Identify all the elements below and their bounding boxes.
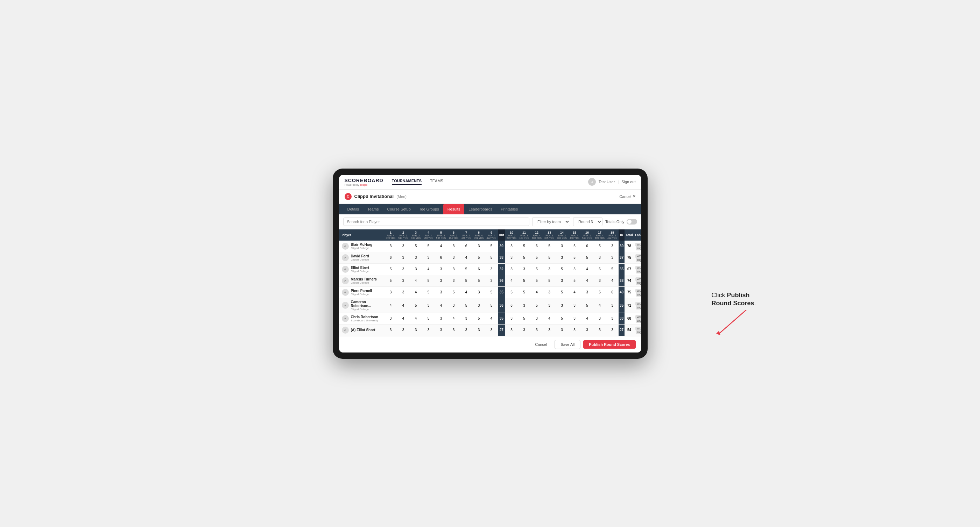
score-back-18[interactable]: 3 [606, 252, 619, 264]
score-front-4[interactable]: 3 [422, 252, 435, 264]
wd-badge[interactable]: WD [635, 277, 641, 281]
score-back-10[interactable]: 4 [505, 275, 518, 286]
score-back-13[interactable]: 3 [543, 264, 555, 275]
search-input[interactable] [343, 217, 530, 226]
score-back-17[interactable]: 3 [593, 275, 606, 286]
score-front-1[interactable]: 5 [385, 275, 397, 286]
score-back-15[interactable]: 3 [568, 313, 581, 324]
score-back-14[interactable]: 3 [555, 241, 568, 252]
score-back-10[interactable]: 3 [505, 241, 518, 252]
score-front-7[interactable]: 5 [460, 264, 473, 275]
score-front-3[interactable]: 5 [410, 298, 422, 313]
nav-tournaments[interactable]: TOURNAMENTS [392, 179, 422, 185]
sign-out-link[interactable]: Sign out [621, 180, 635, 184]
score-front-1[interactable]: 4 [385, 298, 397, 313]
score-front-3[interactable]: 5 [410, 241, 422, 252]
score-back-15[interactable]: 5 [568, 252, 581, 264]
score-front-8[interactable]: 3 [473, 241, 485, 252]
score-front-3[interactable]: 4 [410, 275, 422, 286]
wd-badge[interactable]: WD [635, 315, 641, 319]
tab-teams[interactable]: Teams [363, 204, 383, 214]
score-front-5[interactable]: 3 [435, 286, 447, 298]
score-back-13[interactable]: 3 [543, 298, 555, 313]
score-front-6[interactable]: 3 [447, 252, 460, 264]
score-back-17[interactable]: 3 [593, 252, 606, 264]
dq-badge[interactable]: DQ [636, 306, 641, 310]
score-back-13[interactable]: 3 [543, 324, 555, 336]
score-back-16[interactable]: 4 [581, 275, 593, 286]
score-front-4[interactable]: 4 [422, 264, 435, 275]
score-front-2[interactable]: 4 [397, 313, 410, 324]
save-all-button[interactable]: Save All [555, 340, 581, 349]
score-back-10[interactable]: 3 [505, 313, 518, 324]
tab-printables[interactable]: Printables [496, 204, 522, 214]
score-back-18[interactable]: 5 [606, 264, 619, 275]
score-front-6[interactable]: 3 [447, 298, 460, 313]
score-back-13[interactable]: 4 [543, 313, 555, 324]
nav-teams[interactable]: TEAMS [430, 179, 443, 185]
wd-badge[interactable]: WD [635, 243, 641, 246]
score-front-9[interactable]: 3 [485, 275, 498, 286]
score-front-2[interactable]: 4 [397, 298, 410, 313]
score-back-14[interactable]: 3 [555, 324, 568, 336]
score-back-16[interactable]: 5 [581, 252, 593, 264]
score-front-4[interactable]: 5 [422, 313, 435, 324]
score-back-10[interactable]: 3 [505, 252, 518, 264]
score-front-4[interactable]: 5 [422, 241, 435, 252]
score-front-3[interactable]: 3 [410, 252, 422, 264]
score-back-12[interactable]: 5 [530, 264, 543, 275]
score-front-8[interactable]: 3 [473, 298, 485, 313]
score-front-2[interactable]: 3 [397, 324, 410, 336]
score-back-18[interactable]: 4 [606, 275, 619, 286]
score-back-12[interactable]: 5 [530, 298, 543, 313]
score-front-8[interactable]: 5 [473, 313, 485, 324]
score-front-9[interactable]: 5 [485, 252, 498, 264]
score-back-16[interactable]: 3 [581, 286, 593, 298]
score-back-13[interactable]: 5 [543, 252, 555, 264]
score-front-4[interactable]: 3 [422, 298, 435, 313]
score-front-9[interactable]: 5 [485, 286, 498, 298]
score-back-16[interactable]: 6 [581, 241, 593, 252]
tab-course-setup[interactable]: Course Setup [383, 204, 415, 214]
score-front-2[interactable]: 3 [397, 252, 410, 264]
score-back-11[interactable]: 3 [518, 298, 530, 313]
score-back-10[interactable]: 3 [505, 264, 518, 275]
score-back-11[interactable]: 5 [518, 286, 530, 298]
score-back-16[interactable]: 5 [581, 298, 593, 313]
publish-round-scores-button[interactable]: Publish Round Scores [583, 340, 635, 349]
score-back-12[interactable]: 3 [530, 324, 543, 336]
score-front-1[interactable]: 6 [385, 252, 397, 264]
score-back-12[interactable]: 5 [530, 252, 543, 264]
score-front-5[interactable]: 3 [435, 313, 447, 324]
score-front-5[interactable]: 3 [435, 275, 447, 286]
score-front-8[interactable]: 6 [473, 264, 485, 275]
score-back-18[interactable]: 3 [606, 241, 619, 252]
score-front-2[interactable]: 3 [397, 241, 410, 252]
score-back-16[interactable]: 4 [581, 264, 593, 275]
score-front-4[interactable]: 5 [422, 275, 435, 286]
score-back-11[interactable]: 5 [518, 241, 530, 252]
score-front-6[interactable]: 3 [447, 275, 460, 286]
score-front-7[interactable]: 3 [460, 324, 473, 336]
score-front-1[interactable]: 3 [385, 286, 397, 298]
score-back-15[interactable]: 4 [568, 286, 581, 298]
filter-by-team-select[interactable]: Filter by team [532, 217, 570, 226]
score-back-18[interactable]: 6 [606, 286, 619, 298]
score-back-15[interactable]: 5 [568, 241, 581, 252]
score-back-17[interactable]: 5 [593, 286, 606, 298]
score-front-1[interactable]: 3 [385, 241, 397, 252]
score-back-17[interactable]: 3 [593, 313, 606, 324]
score-front-8[interactable]: 5 [473, 275, 485, 286]
score-front-2[interactable]: 3 [397, 286, 410, 298]
wd-badge[interactable]: WD [635, 254, 641, 258]
score-front-9[interactable]: 4 [485, 313, 498, 324]
wd-badge[interactable]: WD [635, 302, 641, 306]
score-back-17[interactable]: 3 [593, 324, 606, 336]
score-front-2[interactable]: 3 [397, 275, 410, 286]
score-front-7[interactable]: 6 [460, 241, 473, 252]
dq-badge[interactable]: DQ [636, 319, 641, 323]
score-front-9[interactable]: 3 [485, 264, 498, 275]
score-front-3[interactable]: 4 [410, 286, 422, 298]
score-front-7[interactable]: 4 [460, 286, 473, 298]
score-back-12[interactable]: 5 [530, 275, 543, 286]
